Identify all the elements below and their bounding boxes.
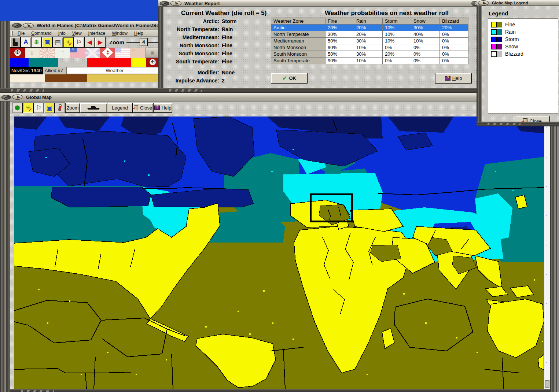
map-zoom-button[interactable]: Zoom <box>65 103 80 113</box>
flag-china-icon[interactable] <box>70 48 85 58</box>
phase-indicator: Weather <box>66 67 163 74</box>
probability-cell: 40% <box>411 31 440 38</box>
power-swatch-1 <box>29 58 58 67</box>
text-a-button[interactable]: A <box>21 37 31 48</box>
map-scrollbar[interactable] <box>544 117 550 389</box>
naval-units-button[interactable] <box>80 103 107 113</box>
menu-interface[interactable]: Interface <box>85 31 109 36</box>
probability-cell: 10% <box>354 44 383 51</box>
weather-zone-value: Fine <box>219 51 232 59</box>
legend-swatch-bright <box>491 22 497 27</box>
units-icon: ▣ <box>44 38 50 46</box>
flag-uk-icon[interactable] <box>85 48 100 58</box>
main-titlebar[interactable]: World in Flames [C:\Matrix Games\World i… <box>10 21 163 30</box>
weather-probability-table: Weather ZoneFineRainStormSnowBlizzard Ar… <box>271 18 468 64</box>
probability-cell: 90% <box>326 58 354 64</box>
menu-command[interactable]: Command <box>28 31 55 36</box>
probability-cell: 0% <box>440 44 468 51</box>
probability-cell: 0% <box>411 51 440 58</box>
weather-zone-label: South Monsoon: <box>163 51 219 59</box>
weather-report-titlebar[interactable]: Weather Report X <box>158 0 481 7</box>
weather-button[interactable]: ☀✓ <box>63 37 74 48</box>
flag-italy-icon[interactable] <box>25 48 40 58</box>
check-icon: ✓ <box>69 41 73 47</box>
weather-report-title: Weather Report <box>184 1 220 6</box>
map-margin-left <box>10 117 14 389</box>
units-button[interactable]: ▣ <box>44 103 55 113</box>
flag-free-france-icon[interactable] <box>100 48 115 58</box>
window-shade-icon[interactable] <box>478 0 489 5</box>
legend-swatch-bright <box>491 37 497 42</box>
window-frame <box>0 88 163 93</box>
weather-button[interactable]: ☀✓ <box>23 103 33 113</box>
menu-help[interactable]: Help <box>131 31 147 36</box>
legend-item: Blizzard <box>491 50 558 58</box>
hex-button[interactable]: ⬢ <box>12 103 23 113</box>
table-header: Rain <box>354 18 383 25</box>
global-map-window: Global Map ⬢☀✓⚐▣ Zoom Legend Close Help <box>0 93 557 392</box>
table-header: Storm <box>383 18 411 25</box>
flag-germany-icon[interactable] <box>10 48 25 58</box>
probability-cell: 10% <box>354 58 383 64</box>
window-shade-icon[interactable] <box>12 95 23 100</box>
ok-button[interactable]: ✓ OK <box>271 73 308 84</box>
units-icon: ▣ <box>46 104 52 112</box>
probability-cell: 50% <box>326 38 354 44</box>
help-button[interactable]: Help <box>435 73 472 84</box>
zoom-slider[interactable]: 4 <box>126 38 160 46</box>
menu-grip[interactable] <box>11 31 13 36</box>
menu-file[interactable]: File <box>14 31 28 36</box>
table-header: Fine <box>326 18 354 25</box>
window-screw-icon[interactable] <box>1 95 11 100</box>
flag-ussr-icon[interactable] <box>130 48 145 58</box>
flag-button[interactable]: ⚐ <box>74 37 84 48</box>
table-row[interactable]: South Temperate90%10%0%0%0% <box>271 58 468 64</box>
window-screw-icon[interactable] <box>160 1 169 6</box>
table-row[interactable]: North Temperate30%20%10%40%0% <box>271 31 468 38</box>
legend-swatch-bright <box>491 29 497 35</box>
zoom-slider-value[interactable]: 4 <box>140 38 148 46</box>
flag-vichy-icon[interactable] <box>55 48 70 58</box>
flag-usa-icon[interactable] <box>115 48 130 58</box>
window-screw-icon[interactable] <box>12 23 22 28</box>
arrow-left-button[interactable]: ◀ <box>84 37 95 48</box>
arrow-right-button[interactable]: ▶ <box>95 37 106 48</box>
global-map-titlebar[interactable]: Global Map <box>0 93 557 101</box>
phase-color-2 <box>87 74 159 82</box>
gear-button[interactable]: ❋ <box>31 37 42 48</box>
weather-zone-label: North Monsoon: <box>163 42 219 51</box>
map-legend-button[interactable]: Legend <box>107 103 133 113</box>
table-row[interactable]: North Monsoon90%10%0%0%0% <box>271 44 468 51</box>
thermometer-button[interactable] <box>55 103 65 113</box>
menu-window[interactable]: Window <box>109 31 131 36</box>
probability-cell: 30% <box>354 38 383 44</box>
map-close-button[interactable]: Close <box>133 103 153 113</box>
ok-label: OK <box>289 75 296 81</box>
weather-report-body: Current Weather (die roll = 5) Weather p… <box>163 7 481 88</box>
table-row[interactable]: Arctic20%20%10%30%20% <box>271 25 468 31</box>
window-shade-icon[interactable] <box>23 23 34 28</box>
menu-view[interactable]: View <box>69 31 85 36</box>
probability-cell: 10% <box>383 38 411 44</box>
flag-button[interactable]: ⚐ <box>33 103 44 113</box>
legend-panel: FineRainStormSnowBlizzard <box>488 18 558 114</box>
flag-japan-icon[interactable] <box>40 48 55 58</box>
map-help-button[interactable]: Help <box>153 103 172 113</box>
ship-icon <box>87 106 100 110</box>
probabilities-heading: Weather probabilities on next weather ro… <box>325 10 449 17</box>
tank-button[interactable]: ▙ <box>10 37 21 48</box>
weather-zone-label: South Temperate: <box>163 59 219 67</box>
map-scrollbar-thumb[interactable] <box>545 380 549 388</box>
current-weather-row: Mediterranean:Fine <box>163 34 248 42</box>
scrollbar-mark <box>547 127 547 128</box>
legend-titlebar[interactable]: Globe Map Legend <box>477 0 559 6</box>
table-row[interactable]: Mediterranean50%30%10%10%0% <box>271 38 468 44</box>
menu-info[interactable]: Info <box>55 31 69 36</box>
flag-neutral-icon[interactable] <box>145 48 160 58</box>
units-button[interactable]: ▣ <box>42 37 52 48</box>
window-shade-icon[interactable] <box>170 1 181 6</box>
world-weather-map[interactable] <box>14 117 544 389</box>
table-row[interactable]: South Monsoon50%30%20%0%0% <box>271 51 468 58</box>
calendar-button[interactable]: ▤ <box>52 37 63 48</box>
check-icon: ✓ <box>282 75 287 82</box>
